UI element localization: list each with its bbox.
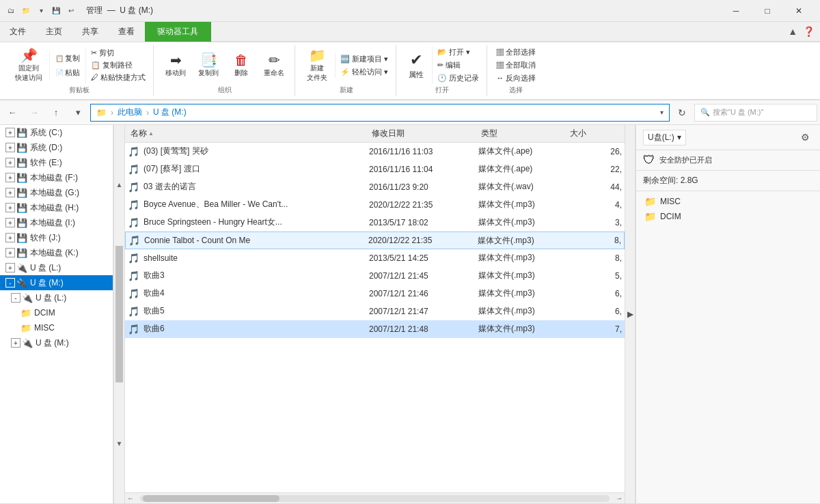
left-scrollbar-thumb[interactable] bbox=[115, 246, 123, 382]
col-header-name[interactable]: 名称 ▲ bbox=[128, 125, 369, 142]
expand-g[interactable]: + bbox=[5, 188, 15, 197]
col-header-type[interactable]: 类型 bbox=[478, 125, 567, 142]
col-header-date[interactable]: 修改日期 bbox=[369, 125, 478, 142]
file-row[interactable]: 🎵 Connie Talbot - Count On Me 2020/12/22… bbox=[125, 232, 625, 249]
select-all-button[interactable]: ▦ 全部选择 bbox=[494, 46, 538, 58]
gear-button[interactable]: ⚙ bbox=[797, 129, 813, 145]
sidebar-item-l-usb[interactable]: + 🔌 U 盘 (L:) bbox=[0, 260, 113, 275]
sidebar-item-misc[interactable]: 📁 MISC bbox=[0, 320, 113, 335]
file-row[interactable]: 🎵 歌曲5 2007/12/1 21:47 媒体文件(.mp3) 6, bbox=[125, 303, 625, 320]
expand-right-panel[interactable]: ▶ bbox=[625, 125, 636, 503]
sidebar-item-e[interactable]: + 💾 软件 (E:) bbox=[0, 155, 113, 170]
sidebar-item-l-sub[interactable]: - 🔌 U 盘 (L:) bbox=[0, 290, 113, 305]
file-row[interactable]: 🎵 歌曲6 2007/12/1 21:48 媒体文件(.mp3) 7, bbox=[125, 320, 625, 338]
tab-file[interactable]: 文件 bbox=[0, 22, 36, 42]
tab-view[interactable]: 查看 bbox=[109, 22, 145, 42]
right-tree-misc[interactable]: 📁 MISC bbox=[636, 194, 820, 209]
h-scroll-right[interactable]: → bbox=[614, 494, 625, 502]
quick-undo[interactable]: ↩ bbox=[66, 5, 77, 16]
drive-select[interactable]: U盘(L:) ▾ bbox=[643, 130, 686, 145]
left-scroll-up[interactable]: ▲ bbox=[114, 125, 124, 244]
sidebar-item-c[interactable]: + 💾 系统 (C:) bbox=[0, 125, 113, 140]
expand-c[interactable]: + bbox=[5, 128, 15, 137]
address-dropdown-icon[interactable]: ▾ bbox=[660, 109, 664, 116]
right-tree-dcim[interactable]: 📁 DCIM bbox=[636, 209, 820, 224]
invert-select-button[interactable]: ↔ 反向选择 bbox=[494, 72, 538, 84]
expand-l[interactable]: + bbox=[5, 263, 15, 272]
recent-button[interactable]: ▾ bbox=[68, 103, 87, 122]
h-scroll-thumb[interactable] bbox=[143, 495, 279, 502]
refresh-button[interactable]: ↻ bbox=[672, 103, 692, 122]
expand-f[interactable]: + bbox=[5, 173, 15, 182]
file-type: 媒体文件(.mp3) bbox=[478, 270, 567, 281]
breadcrumb-drive[interactable]: U 盘 (M:) bbox=[153, 107, 187, 118]
forward-button[interactable]: → bbox=[25, 103, 44, 122]
close-button[interactable]: ✕ bbox=[783, 0, 815, 22]
copy-to-button[interactable]: 📑 复制到 bbox=[193, 52, 223, 79]
rename-button[interactable]: ✏ 重命名 bbox=[259, 52, 289, 79]
h-scroll[interactable]: ← → bbox=[125, 492, 625, 503]
up-button[interactable]: ↑ bbox=[46, 103, 66, 122]
file-row[interactable]: 🎵 shellsuite 2013/5/21 14:25 媒体文件(.mp3) … bbox=[125, 249, 625, 267]
file-row[interactable]: 🎵 Bruce Springsteen - Hungry Heart女... 2… bbox=[125, 214, 625, 232]
sidebar-item-dcim[interactable]: 📁 DCIM bbox=[0, 305, 113, 320]
cut-button[interactable]: ✂ 剪切 bbox=[89, 47, 148, 59]
copy-button[interactable]: 📋复制 bbox=[53, 52, 83, 65]
select-none-button[interactable]: ▦ 全部取消 bbox=[494, 59, 538, 71]
file-row[interactable]: 🎵 (03) [黄莺莺] 哭砂 2016/11/16 11:03 媒体文件(.a… bbox=[125, 143, 625, 160]
properties-button[interactable]: ✔ 属性 bbox=[403, 50, 429, 81]
open-button[interactable]: 📂 打开 ▾ bbox=[435, 46, 481, 58]
expand-m-sub[interactable]: + bbox=[11, 338, 20, 348]
pin-button[interactable]: 📌 固定到快速访问 bbox=[11, 47, 46, 84]
copy-path-button[interactable]: 📋 复制路径 bbox=[89, 59, 148, 71]
expand-m[interactable]: - bbox=[5, 278, 15, 288]
new-folder-button[interactable]: 📁 新建文件夹 bbox=[302, 47, 332, 84]
sidebar-item-g[interactable]: + 💾 本地磁盘 (G:) bbox=[0, 185, 113, 200]
delete-button[interactable]: 🗑 删除 bbox=[226, 52, 256, 79]
expand-j[interactable]: + bbox=[5, 233, 15, 242]
edit-button[interactable]: ✏ 编辑 bbox=[435, 59, 481, 71]
expand-l-sub[interactable]: - bbox=[11, 293, 20, 303]
file-row[interactable]: 🎵 歌曲4 2007/12/1 21:46 媒体文件(.mp3) 6, bbox=[125, 285, 625, 303]
quick-save[interactable]: 💾 bbox=[51, 5, 62, 16]
sidebar-item-m-sub[interactable]: + 🔌 U 盘 (M:) bbox=[0, 335, 113, 350]
expand-d[interactable]: + bbox=[5, 143, 15, 152]
tab-manage[interactable]: 驱动器工具 bbox=[145, 22, 211, 42]
back-button[interactable]: ← bbox=[3, 103, 22, 122]
help-icon[interactable]: ❓ bbox=[803, 26, 815, 37]
expand-h[interactable]: + bbox=[5, 203, 15, 212]
minimize-button[interactable]: ─ bbox=[720, 0, 752, 22]
move-to-button[interactable]: ➡ 移动到 bbox=[161, 52, 191, 79]
file-row[interactable]: 🎵 歌曲3 2007/12/1 21:45 媒体文件(.mp3) 5, bbox=[125, 267, 625, 285]
maximize-button[interactable]: □ bbox=[752, 0, 783, 22]
tab-share[interactable]: 共享 bbox=[72, 22, 109, 42]
expand-i[interactable]: + bbox=[5, 218, 15, 227]
tab-home[interactable]: 主页 bbox=[36, 22, 72, 42]
breadcrumb-pc[interactable]: 此电脑 bbox=[118, 107, 142, 118]
expand-e[interactable]: + bbox=[5, 158, 15, 167]
new-item-button[interactable]: 🆕 新建项目 ▾ bbox=[338, 53, 390, 65]
easy-access-button[interactable]: ⚡ 轻松访问 ▾ bbox=[338, 66, 390, 78]
quick-access-down[interactable]: ▾ bbox=[36, 5, 46, 16]
sidebar-item-h[interactable]: + 💾 本地磁盘 (H:) bbox=[0, 200, 113, 215]
file-row[interactable]: 🎵 Boyce Avenue、Bea Miller - We Can't... … bbox=[125, 196, 625, 214]
sidebar-item-k[interactable]: + 💾 本地磁盘 (K:) bbox=[0, 245, 113, 260]
left-scroll-down[interactable]: ▼ bbox=[114, 384, 124, 503]
sidebar-item-i[interactable]: + 💾 本地磁盘 (I:) bbox=[0, 215, 113, 230]
sidebar-item-j[interactable]: + 💾 软件 (J:) bbox=[0, 230, 113, 245]
file-row[interactable]: 🎵 (07) [蔡琴] 渡口 2016/11/16 11:04 媒体文件(.ap… bbox=[125, 160, 625, 178]
h-scroll-left[interactable]: ← bbox=[125, 494, 136, 502]
paste-button[interactable]: 📄粘贴 bbox=[53, 66, 83, 79]
paste-shortcut-button[interactable]: 🖊 粘贴快捷方式 bbox=[89, 72, 148, 83]
sidebar-item-d[interactable]: + 💾 系统 (D:) bbox=[0, 140, 113, 155]
sidebar-item-m-usb[interactable]: - 🔌 U 盘 (M:) bbox=[0, 275, 113, 290]
search-box[interactable]: 🔍 搜索"U 盘 (M:)" bbox=[694, 104, 817, 122]
col-header-size[interactable]: 大小 bbox=[567, 125, 622, 142]
ribbon-expand-icon[interactable]: ▲ bbox=[788, 26, 797, 37]
expand-k[interactable]: + bbox=[5, 248, 15, 257]
sidebar-item-f[interactable]: + 💾 本地磁盘 (F:) bbox=[0, 170, 113, 185]
quick-access-icon[interactable]: 📁 bbox=[20, 5, 31, 16]
file-row[interactable]: 🎵 03 逝去的诺言 2016/11/23 9:20 媒体文件(.wav) 44… bbox=[125, 178, 625, 196]
history-button[interactable]: 🕐 历史记录 bbox=[435, 72, 481, 84]
address-input[interactable]: 📁 › 此电脑 › U 盘 (M:) ▾ bbox=[90, 104, 670, 122]
